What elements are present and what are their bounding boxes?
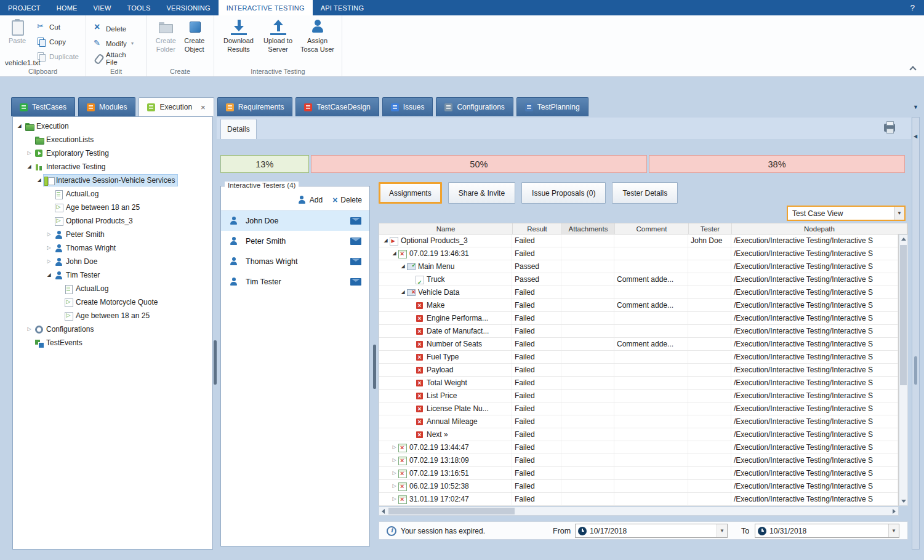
print-button[interactable] — [884, 124, 895, 132]
tree-item[interactable]: Interactive Session-Vehicle Services — [13, 174, 212, 187]
tree-item[interactable]: John Doe — [13, 255, 212, 268]
tree-expand-arrow[interactable] — [45, 246, 53, 250]
menu-tab[interactable]: VERSIONING — [159, 0, 219, 15]
row-expand-arrow[interactable] — [382, 238, 390, 243]
mail-icon[interactable] — [350, 217, 361, 225]
vertical-scrollbar[interactable] — [899, 234, 908, 506]
table-row[interactable]: 31.01.19 17:02:47 Failed /Execution/Inte… — [379, 493, 898, 506]
row-expand-arrow[interactable] — [390, 471, 398, 476]
tree-expand-arrow[interactable] — [45, 232, 53, 237]
tester-row[interactable]: Thomas Wright — [221, 251, 369, 271]
table-row[interactable]: Optional Products_3 Failed John Doe /Exe… — [379, 234, 898, 247]
menu-tab[interactable]: PROJECT — [0, 0, 49, 15]
scroll-right-arrow[interactable] — [893, 509, 896, 514]
tab-details[interactable]: Details — [220, 119, 257, 139]
tree-expand-arrow[interactable] — [25, 151, 33, 156]
table-row[interactable]: Vehicle Data Failed /Execution/Interacti… — [379, 286, 898, 299]
delete-tester-button[interactable]: × Delete — [332, 195, 362, 204]
document-tab[interactable]: TestCaseDesign × — [295, 97, 379, 116]
tester-row[interactable]: Peter Smith — [221, 231, 369, 251]
horizontal-scrollbar[interactable] — [379, 506, 899, 516]
column-header[interactable]: Nodepath — [732, 223, 907, 234]
attach-file-button[interactable]: Attach File — [91, 52, 141, 64]
testers-splitter[interactable] — [373, 345, 376, 389]
table-row[interactable]: Next » Failed /Execution/Interactive Tes… — [379, 428, 898, 441]
modify-dropdown-caret[interactable]: ▾ — [131, 41, 134, 46]
tree-expand-arrow[interactable] — [25, 327, 33, 332]
column-header[interactable]: Comment — [615, 223, 689, 234]
delete-button[interactable]: Delete — [91, 23, 141, 34]
tester-row[interactable]: John Doe — [221, 210, 369, 231]
tree-item[interactable]: Optional Products_3 — [13, 214, 212, 228]
table-row[interactable]: Total Weight Failed /Execution/Interacti… — [379, 377, 898, 390]
scroll-down-arrow[interactable] — [901, 500, 906, 503]
document-tab[interactable]: TestCases × — [11, 97, 75, 116]
download-results-button[interactable]: Download Results — [221, 17, 257, 54]
modify-button[interactable]: Modify ▾ — [91, 38, 141, 49]
table-row[interactable]: Annual Mileage Failed /Execution/Interac… — [379, 415, 898, 428]
tree-splitter[interactable] — [214, 340, 217, 385]
table-row[interactable]: 06.02.19 10:52:38 Failed /Execution/Inte… — [379, 480, 898, 493]
side-panel-grip[interactable] — [914, 356, 917, 385]
create-object-button[interactable]: Create Object — [180, 17, 209, 54]
from-date-picker[interactable]: 10/17/2018 ▼ — [575, 524, 728, 538]
table-row[interactable]: 07.02.19 13:16:51 Failed /Execution/Inte… — [379, 467, 898, 480]
tree-item[interactable]: Create Motorcycle Quote — [13, 295, 212, 309]
table-row[interactable]: 07.02.19 13:18:09 Failed /Execution/Inte… — [379, 454, 898, 467]
document-tab[interactable]: Execution × — [139, 97, 214, 116]
scroll-left-arrow[interactable] — [382, 509, 385, 514]
tree-item[interactable]: TestEvents — [13, 336, 212, 350]
document-tab[interactable]: Requirements × — [217, 97, 293, 116]
tree-item[interactable]: Tim Tester — [13, 268, 212, 282]
tree-expand-arrow[interactable] — [15, 124, 23, 129]
copy-button[interactable]: Copy — [34, 36, 81, 47]
tree-item[interactable]: ExecutionLists — [13, 133, 212, 146]
vertical-scroll-thumb[interactable] — [900, 245, 907, 385]
tree-item[interactable]: Exploratory Testing — [13, 146, 212, 160]
scroll-up-arrow[interactable] — [901, 238, 906, 241]
tab-overflow-caret[interactable]: ▼ — [913, 104, 918, 110]
mail-icon[interactable] — [350, 278, 361, 286]
tree-item[interactable]: Peter Smith — [13, 228, 212, 241]
mail-icon[interactable] — [350, 258, 361, 265]
table-row[interactable]: Engine Performa... Failed /Execution/Int… — [379, 312, 898, 325]
table-row[interactable]: List Price Failed /Execution/Interactive… — [379, 390, 898, 402]
tree-expand-arrow[interactable] — [25, 164, 33, 169]
collapse-ribbon-button[interactable] — [910, 65, 917, 71]
column-header[interactable]: Attachments — [562, 223, 615, 234]
table-row[interactable]: 07.02.19 13:46:31 Failed /Execution/Inte… — [379, 247, 898, 260]
tree-expand-arrow[interactable] — [45, 273, 53, 278]
menu-tab[interactable]: HOME — [49, 0, 86, 15]
row-expand-arrow[interactable] — [399, 264, 407, 269]
add-tester-button[interactable]: Add — [297, 195, 323, 204]
mail-icon[interactable] — [350, 238, 361, 245]
table-row[interactable]: Make Failed Comment adde... /Execution/I… — [379, 299, 898, 312]
tree-item[interactable]: Age between 18 an 25 — [13, 309, 212, 322]
column-header[interactable]: Tester — [689, 223, 732, 234]
pane-tab-button[interactable]: Assignments — [379, 182, 442, 204]
document-tab[interactable]: Issues × — [382, 97, 433, 116]
document-tab[interactable]: Configurations × — [436, 97, 513, 116]
to-date-caret-icon[interactable]: ▼ — [888, 524, 899, 537]
tree-item[interactable]: ActualLog — [13, 187, 212, 201]
from-date-caret-icon[interactable]: ▼ — [717, 524, 727, 537]
row-expand-arrow[interactable] — [390, 497, 398, 502]
table-row[interactable]: Date of Manufact... Failed /Execution/In… — [379, 325, 898, 338]
pane-tab-button[interactable]: Issue Proposals (0) — [521, 182, 606, 204]
tree-expand-arrow[interactable] — [45, 259, 53, 264]
tree-expand-arrow[interactable] — [35, 178, 43, 183]
cut-button[interactable]: Cut — [34, 21, 81, 33]
menu-tab[interactable]: VIEW — [86, 0, 119, 15]
upload-to-server-button[interactable]: Upload to Server — [260, 17, 296, 54]
menu-tab[interactable]: API TESTING — [313, 0, 372, 15]
help-button[interactable]: ? — [901, 0, 924, 15]
horizontal-scroll-thumb[interactable] — [388, 508, 515, 514]
document-tab[interactable]: TestPlanning × — [516, 97, 589, 116]
tester-row[interactable]: Tim Tester — [221, 271, 369, 292]
table-row[interactable]: License Plate Nu... Failed /Execution/In… — [379, 402, 898, 415]
view-mode-dropdown[interactable]: Test Case View ▼ — [787, 206, 906, 221]
pane-tab-button[interactable]: Share & Invite — [448, 182, 515, 204]
table-row[interactable]: Main Menu Passed /Execution/Interactive … — [379, 260, 898, 273]
row-expand-arrow[interactable] — [390, 484, 398, 489]
assign-tosca-user-button[interactable]: Assign Tosca User — [300, 17, 335, 54]
